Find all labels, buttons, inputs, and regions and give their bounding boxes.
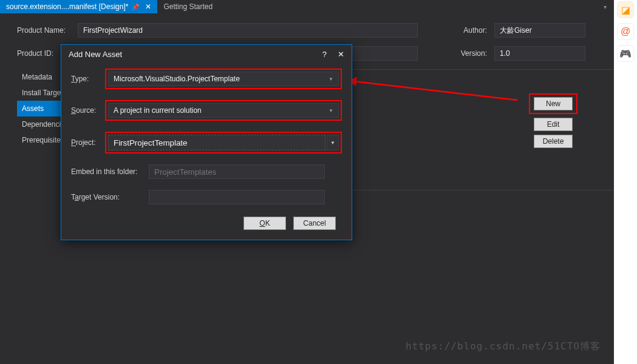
target-version-label: Target Version: xyxy=(71,193,149,201)
product-name-label: Product Name: xyxy=(17,26,70,35)
product-name-input[interactable] xyxy=(78,23,418,38)
add-new-asset-dialog: Add New Asset ? ✕ Type: Microsoft.Visual… xyxy=(61,44,352,240)
tab-label: Getting Started xyxy=(163,2,213,11)
new-highlight: New xyxy=(529,93,577,114)
right-icon-strip: ◪ @ 🎮 xyxy=(614,0,637,364)
app-icon[interactable]: ◪ xyxy=(617,1,634,18)
type-label: Type: xyxy=(71,75,105,83)
author-label: Author: xyxy=(451,26,487,35)
target-version-input[interactable] xyxy=(149,190,325,204)
cancel-button[interactable]: Cancel xyxy=(293,217,336,230)
source-highlight: A project in current solution ▼ xyxy=(105,100,342,121)
tab-manifest[interactable]: source.extension....manifest [Design]* 📌… xyxy=(0,0,157,13)
help-icon[interactable]: ? xyxy=(322,50,327,59)
project-label: Project: xyxy=(71,138,105,147)
project-dropdown-button[interactable]: ▼ xyxy=(327,135,339,150)
chevron-down-icon: ▼ xyxy=(329,76,333,82)
source-combo[interactable]: A project in current solution ▼ xyxy=(108,103,339,118)
pin-icon[interactable]: 📌 xyxy=(132,4,139,10)
watermark: https://blog.csdn.net/51CTO博客 xyxy=(406,340,601,353)
embed-input[interactable] xyxy=(149,164,325,179)
type-value: Microsoft.VisualStudio.ProjectTemplate xyxy=(114,75,240,83)
edit-button[interactable]: Edit xyxy=(534,118,573,131)
delete-button[interactable]: Delete xyxy=(534,135,573,148)
version-label: Version: xyxy=(451,49,487,58)
source-label: Source: xyxy=(71,106,105,115)
chevron-down-icon: ▼ xyxy=(329,108,333,113)
tab-bar: source.extension....manifest [Design]* 📌… xyxy=(0,0,637,13)
at-icon[interactable]: @ xyxy=(617,23,634,40)
game-icon[interactable]: 🎮 xyxy=(617,45,634,62)
tab-getting-started[interactable]: Getting Started xyxy=(157,0,219,13)
new-button[interactable]: New xyxy=(534,97,573,110)
author-input[interactable] xyxy=(494,23,585,38)
project-input[interactable] xyxy=(108,135,325,150)
version-input[interactable] xyxy=(494,46,585,61)
source-value: A project in current solution xyxy=(114,106,202,115)
embed-label: Embed in this folder: xyxy=(71,167,149,176)
close-icon[interactable]: ✕ xyxy=(338,50,344,59)
type-highlight: Microsoft.VisualStudio.ProjectTemplate ▼ xyxy=(105,69,342,89)
dialog-title: Add New Asset xyxy=(69,50,122,59)
close-icon[interactable]: ✕ xyxy=(145,2,151,11)
project-highlight: ▼ xyxy=(105,132,342,153)
asset-buttons: New Edit Delete xyxy=(529,93,577,148)
ok-button[interactable]: OK xyxy=(244,217,286,230)
type-combo[interactable]: Microsoft.VisualStudio.ProjectTemplate ▼ xyxy=(108,72,339,86)
tab-label: source.extension....manifest [Design]* xyxy=(6,2,128,11)
